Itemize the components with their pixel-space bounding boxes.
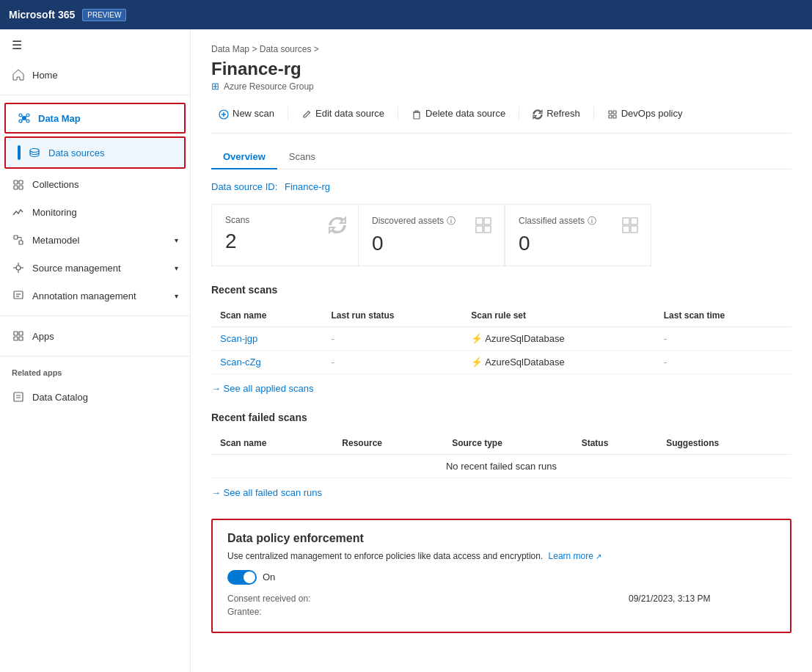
sidebar-item-home[interactable]: Home — [0, 61, 190, 89]
sidebar-item-source-management[interactable]: Source management ▾ — [0, 254, 190, 282]
new-scan-label: New scan — [233, 108, 274, 119]
see-all-applied-scans[interactable]: → See all applied scans — [211, 383, 313, 394]
policy-enforcement-box: Data policy enforcement Use centralized … — [211, 519, 791, 633]
sidebar-source-management-label: Source management — [32, 263, 121, 274]
delete-data-source-label: Delete data source — [425, 108, 505, 119]
no-data-label: No recent failed scan runs — [211, 454, 791, 478]
svg-rect-41 — [609, 111, 612, 114]
topbar-logo: Microsoft 365 — [9, 9, 75, 21]
sidebar-item-metamodel[interactable]: Metamodel ▾ — [0, 226, 190, 254]
consent-label: Consent received on: — [227, 594, 310, 604]
page-subtitle: ⊞ Azure Resource Group — [211, 81, 791, 92]
breadcrumb-data-map[interactable]: Data Map — [211, 44, 249, 54]
azure-icon: ⊞ — [211, 81, 219, 92]
content-inner: Data Map > Data sources > Finance-rg ⊞ A… — [191, 29, 812, 672]
refresh-button[interactable]: Refresh — [525, 103, 588, 124]
delete-data-source-button[interactable]: Delete data source — [404, 103, 513, 124]
toolbar: New scan Edit data source Delete data so… — [211, 103, 791, 134]
svg-rect-29 — [19, 337, 23, 340]
svg-line-8 — [26, 120, 26, 121]
last-scan-time-1: - — [655, 326, 791, 350]
annotation-management-icon — [12, 289, 25, 302]
col-last-scan-time: Last scan time — [655, 304, 791, 327]
last-run-status-2: - — [323, 350, 463, 373]
scan-name-1[interactable]: Scan-jgp — [211, 326, 323, 350]
sidebar-monitoring-label: Monitoring — [32, 207, 77, 218]
sidebar-item-data-sources[interactable]: Data sources — [4, 136, 186, 169]
svg-rect-11 — [19, 180, 23, 184]
sidebar-item-apps[interactable]: Apps — [0, 322, 190, 350]
annotation-management-chevron-icon: ▾ — [175, 292, 178, 300]
delete-icon — [412, 108, 422, 120]
scan-name-2[interactable]: Scan-cZg — [211, 350, 323, 373]
sidebar-home-label: Home — [32, 70, 58, 81]
svg-rect-14 — [14, 235, 18, 239]
svg-point-2 — [26, 114, 29, 117]
svg-point-4 — [26, 120, 29, 123]
recent-scans-title: Recent scans — [211, 284, 791, 296]
sidebar-metamodel-label: Metamodel — [32, 235, 79, 246]
hamburger-button[interactable]: ☰ — [0, 29, 190, 61]
stat-card-scans: Scans 2 — [211, 204, 358, 266]
sidebar-item-monitoring[interactable]: Monitoring — [0, 198, 190, 226]
breadcrumb-data-sources[interactable]: Data sources — [260, 44, 312, 54]
sidebar-item-annotation-management[interactable]: Annotation management ▾ — [0, 282, 190, 310]
page-title: Finance-rg — [211, 59, 791, 79]
toggle-label: On — [263, 571, 275, 582]
stat-discovered-icon — [473, 215, 494, 235]
svg-rect-27 — [19, 332, 23, 335]
last-scan-time-2: - — [655, 350, 791, 373]
new-scan-button[interactable]: New scan — [211, 103, 282, 124]
edit-icon — [301, 108, 312, 120]
home-icon — [12, 68, 25, 81]
svg-rect-15 — [19, 241, 23, 244]
stat-scans-icon — [327, 215, 348, 235]
edit-data-source-button[interactable]: Edit data source — [294, 103, 392, 124]
sidebar-item-data-map[interactable]: Data Map — [4, 103, 186, 134]
refresh-icon — [533, 108, 543, 120]
classified-info-icon[interactable]: ⓘ — [588, 215, 596, 227]
svg-rect-48 — [484, 226, 491, 233]
svg-point-9 — [30, 149, 39, 153]
breadcrumb-sep2: > — [314, 44, 319, 54]
devops-policy-button[interactable]: DevOps policy — [600, 103, 690, 124]
monitoring-icon — [12, 205, 25, 219]
col-status: Status — [573, 432, 658, 455]
topbar: Microsoft 365 PREVIEW — [0, 0, 812, 29]
policy-title: Data policy enforcement — [227, 532, 775, 545]
discovered-info-icon[interactable]: ⓘ — [447, 215, 456, 227]
see-all-failed-scans[interactable]: → See all failed scan runs — [211, 487, 322, 498]
sidebar-item-data-catalog[interactable]: Data Catalog — [0, 383, 190, 411]
sidebar-collections-label: Collections — [32, 179, 79, 190]
toolbar-divider-1 — [288, 106, 288, 121]
rule-set-icon-1: ⚡ — [471, 333, 483, 344]
svg-rect-28 — [14, 337, 18, 340]
learn-more-link[interactable]: Learn more ↗ — [549, 551, 602, 561]
grantee-value — [629, 607, 775, 617]
stat-classified-icon — [620, 215, 640, 235]
rule-set-1: ⚡ AzureSqlDatabase — [462, 326, 654, 350]
policy-desc: Use centralized management to enforce po… — [227, 551, 775, 561]
svg-rect-13 — [19, 186, 23, 189]
col-failed-scan-name: Scan name — [211, 432, 333, 455]
col-resource: Resource — [333, 432, 443, 455]
breadcrumb: Data Map > Data sources > — [211, 44, 791, 54]
svg-rect-12 — [14, 186, 18, 189]
devops-icon — [607, 108, 618, 120]
svg-line-6 — [26, 116, 26, 117]
consent-value: 09/21/2023, 3:13 PM — [629, 594, 775, 604]
svg-rect-36 — [414, 112, 420, 119]
policy-toggle-row: On — [227, 570, 775, 585]
sidebar-item-collections[interactable]: Collections — [0, 170, 190, 198]
col-last-run-status: Last run status — [323, 304, 463, 327]
tab-scans[interactable]: Scans — [277, 145, 327, 169]
consent-row: Consent received on: 09/21/2023, 3:13 PM — [227, 594, 775, 604]
svg-rect-51 — [623, 226, 629, 233]
tab-overview[interactable]: Overview — [211, 145, 277, 169]
svg-rect-45 — [476, 218, 483, 224]
collections-icon — [12, 178, 25, 191]
policy-toggle[interactable] — [227, 570, 257, 585]
grantee-label: Grantee: — [227, 607, 262, 617]
col-scan-rule-set: Scan rule set — [462, 304, 654, 327]
toolbar-divider-4 — [593, 106, 594, 121]
